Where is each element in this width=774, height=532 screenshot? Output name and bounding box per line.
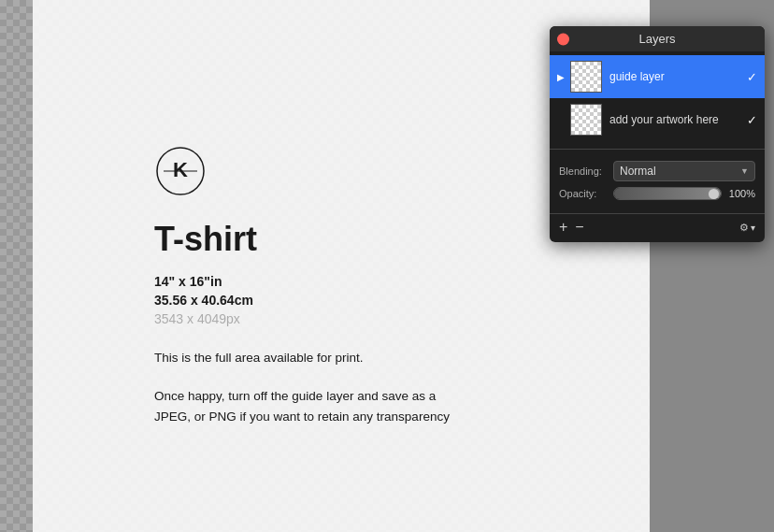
- settings-icon: ⚙: [739, 222, 749, 234]
- design-info: K T-shirt 14" x 16"in 35.56 x 40.64cm 35…: [154, 145, 547, 426]
- remove-layer-button[interactable]: −: [575, 220, 583, 235]
- dimensions-imperial: 14" x 16"in: [154, 274, 547, 289]
- instructions-text: Once happy, turn off the guide layer and…: [154, 386, 472, 426]
- brand-logo: K: [154, 145, 207, 197]
- layer-settings-button[interactable]: ⚙ ▾: [739, 222, 755, 234]
- svg-text:K: K: [173, 158, 188, 181]
- layer-thumbnail-guide: [570, 61, 602, 93]
- description-text: This is the full area available for prin…: [154, 349, 547, 367]
- opacity-row: Opacity: 100%: [559, 187, 755, 200]
- settings-dropdown-arrow: ▾: [751, 223, 755, 233]
- blending-select[interactable]: Normal ▼: [613, 161, 755, 181]
- blending-label: Blending:: [559, 165, 613, 177]
- layer-thumbnail-artwork: [570, 104, 602, 136]
- layers-close-button[interactable]: [557, 33, 569, 45]
- opacity-slider-fill: [614, 188, 721, 199]
- layer-name-artwork: add your artwork here: [609, 113, 743, 126]
- opacity-slider-thumb: [709, 189, 719, 199]
- layer-name-guide: guide layer: [609, 70, 743, 83]
- layer-visibility-check-guide[interactable]: ✓: [747, 70, 757, 84]
- layers-panel: Layers ▶ guide layer ✓ ▶ add your artwor…: [550, 26, 765, 242]
- product-title: T-shirt: [154, 220, 547, 259]
- layer-item-artwork[interactable]: ▶ add your artwork here ✓: [550, 98, 765, 141]
- opacity-label: Opacity:: [559, 188, 613, 199]
- opacity-slider[interactable]: [613, 187, 722, 200]
- opacity-value: 100%: [727, 188, 755, 199]
- layer-expand-arrow: ▶: [557, 72, 566, 82]
- layers-footer: + − ⚙ ▾: [550, 213, 765, 242]
- layers-panel-title: Layers: [638, 32, 675, 46]
- add-layer-button[interactable]: +: [559, 220, 567, 235]
- dimensions-px: 3543 x 4049px: [154, 311, 547, 326]
- layers-list: ▶ guide layer ✓ ▶ add your artwork here …: [550, 51, 765, 145]
- layer-item-guide[interactable]: ▶ guide layer ✓: [550, 55, 765, 98]
- dimensions-metric: 35.56 x 40.64cm: [154, 293, 547, 308]
- blending-row: Blending: Normal ▼: [559, 161, 755, 181]
- blending-value: Normal: [620, 165, 656, 178]
- layers-options: Blending: Normal ▼ Opacity: 100%: [550, 153, 765, 213]
- blending-dropdown-arrow: ▼: [740, 166, 749, 176]
- layer-visibility-check-artwork[interactable]: ✓: [747, 113, 757, 127]
- layers-divider: [550, 149, 765, 150]
- layers-header: Layers: [550, 26, 765, 51]
